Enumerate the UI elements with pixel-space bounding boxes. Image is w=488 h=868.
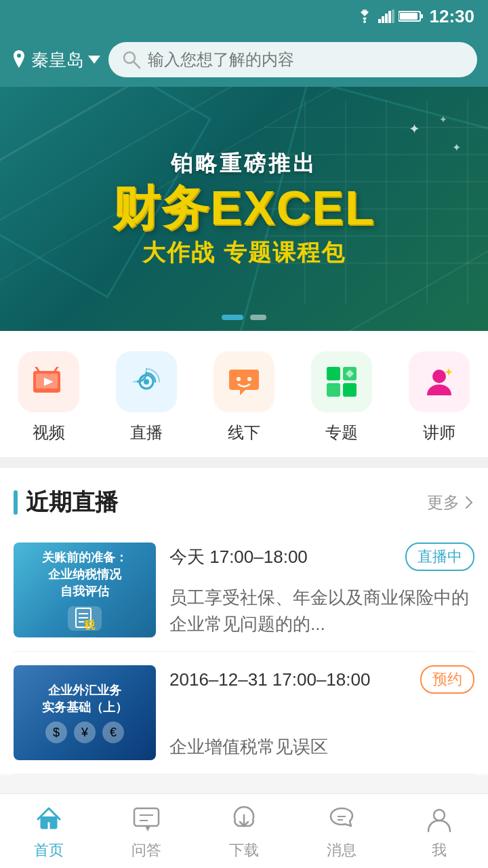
svg-rect-2 (382, 16, 384, 23)
nav-me[interactable]: 我 (422, 802, 456, 861)
banner[interactable]: ✦ ✦ ✦ 铂略重磅推出 财务EXCEL 大作战 专题课程包 (0, 87, 488, 331)
live-info-2: 2016–12–31 17:00–18:00 预约 企业增值税常见误区 (169, 665, 474, 760)
search-input[interactable] (148, 50, 464, 69)
nav-qa[interactable]: 问答 (129, 802, 163, 861)
bottom-nav: 首页 问答 下载 (0, 793, 488, 868)
banner-dots (222, 315, 266, 320)
nav-qa-label: 问答 (131, 840, 161, 861)
thumb-1-text: 关账前的准备：企业纳税情况自我评估 (42, 549, 127, 601)
svg-rect-42 (134, 808, 159, 826)
category-teacher-label: 讲师 (423, 422, 455, 443)
banner-dot-1[interactable] (222, 315, 243, 320)
section-title: 近期直播 (14, 487, 118, 518)
svg-rect-3 (385, 14, 388, 23)
message-svg (327, 804, 357, 834)
nav-download[interactable]: 下载 (227, 802, 261, 861)
offline-icon (226, 364, 262, 399)
home-svg (34, 804, 64, 834)
thumb-icon-cny: ¥ (74, 722, 96, 743)
message-icon (325, 802, 359, 836)
banner-dot-2[interactable] (250, 315, 266, 320)
section-header: 近期直播 更多 (14, 468, 474, 529)
category-offline-label: 线下 (228, 422, 260, 443)
location-text: 秦皇岛 (31, 48, 84, 72)
location-icon (11, 50, 27, 69)
status-bar: 12:30 (0, 0, 488, 33)
nav-home[interactable]: 首页 (32, 802, 66, 861)
banner-title: 财务EXCEL (113, 184, 375, 232)
live-meta-2: 2016–12–31 17:00–18:00 预约 (169, 665, 474, 694)
category-topic[interactable]: 专题 (311, 351, 372, 443)
search-icon (122, 50, 141, 69)
svg-point-28 (144, 379, 149, 384)
thumb-2-icons: $ ¥ € (45, 722, 124, 743)
home-icon (32, 802, 66, 836)
live-badge-2[interactable]: 预约 (420, 665, 474, 694)
live-thumb-1: 关账前的准备：企业纳税情况自我评估 税 (14, 542, 156, 637)
svg-point-0 (363, 20, 366, 23)
video-icon-container (18, 351, 79, 412)
svg-text:税: 税 (83, 618, 96, 630)
category-video-label: 视频 (33, 422, 65, 443)
live-badge-1[interactable]: 直播中 (405, 542, 474, 571)
topic-icon (324, 364, 359, 399)
svg-point-48 (434, 810, 445, 821)
svg-rect-7 (420, 14, 423, 18)
svg-rect-33 (327, 383, 340, 397)
live-item-2[interactable]: 企业外汇业务实务基础（上） $ ¥ € 2016–12–31 17:00–18:… (14, 652, 474, 774)
nav-download-label: 下载 (229, 840, 259, 861)
live-info-1: 今天 17:00–18:00 直播中 员工享受社保、年金以及商业保险中的企业常见… (169, 542, 474, 637)
thumb-icon-yen: € (102, 722, 124, 743)
live-time-2: 2016–12–31 17:00–18:00 (169, 669, 370, 690)
teacher-icon-container (409, 351, 470, 412)
more-label: 更多 (427, 492, 460, 513)
svg-rect-31 (327, 367, 340, 380)
thumb-icon-usd: $ (45, 722, 67, 743)
thumb-1-icon: 税 (68, 606, 102, 631)
download-icon (227, 802, 261, 836)
nav-message[interactable]: 消息 (325, 802, 359, 861)
chevron-right-icon (464, 494, 474, 511)
video-icon (32, 367, 66, 397)
svg-line-10 (134, 62, 140, 68)
live-thumb-2: 企业外汇业务实务基础（上） $ ¥ € (14, 665, 156, 760)
live-time-1: 今天 17:00–18:00 (169, 545, 308, 569)
offline-icon-container (214, 351, 274, 412)
svg-rect-34 (343, 383, 357, 397)
svg-rect-4 (388, 11, 391, 23)
nav-home-label: 首页 (34, 840, 64, 861)
location-button[interactable]: 秦皇岛 (11, 48, 100, 72)
category-topic-label: 专题 (325, 422, 358, 443)
more-button[interactable]: 更多 (427, 492, 474, 513)
teacher-icon (422, 364, 457, 399)
svg-rect-5 (392, 9, 394, 23)
category-live[interactable]: 直播 (116, 351, 177, 443)
category-video[interactable]: 视频 (18, 351, 79, 443)
category-teacher[interactable]: 讲师 (409, 351, 470, 443)
live-item-1[interactable]: 关账前的准备：企业纳税情况自我评估 税 今天 17:00–18:00 直播中 员… (14, 529, 474, 652)
search-bar[interactable] (108, 42, 477, 77)
svg-point-30 (247, 377, 251, 381)
live-icon-container (116, 351, 177, 412)
svg-line-23 (36, 367, 39, 371)
live-desc-1: 员工享受社保、年金以及商业保险中的企业常见问题的的... (169, 585, 474, 637)
thumb-2-text: 企业外汇业务实务基础（上） (42, 682, 127, 716)
nav-me-label: 我 (432, 840, 447, 861)
wifi-icon (355, 9, 374, 23)
svg-rect-1 (378, 19, 381, 23)
download-svg (229, 804, 259, 834)
svg-point-29 (237, 377, 241, 381)
qa-icon (129, 802, 163, 836)
banner-content: 铂略重磅推出 财务EXCEL 大作战 专题课程包 (113, 149, 375, 269)
section-title-text: 近期直播 (26, 487, 118, 518)
qa-svg (131, 804, 161, 834)
tax-icon: 税 (73, 607, 96, 630)
banner-desc: 大作战 专题课程包 (113, 237, 375, 269)
title-bar-decoration (14, 490, 18, 515)
category-live-label: 直播 (130, 422, 163, 443)
topic-icon-container (311, 351, 372, 412)
categories: 视频 直播 线下 (0, 331, 488, 457)
category-offline[interactable]: 线下 (214, 351, 274, 443)
banner-subtitle: 铂略重磅推出 (113, 149, 375, 179)
me-svg (424, 804, 454, 834)
